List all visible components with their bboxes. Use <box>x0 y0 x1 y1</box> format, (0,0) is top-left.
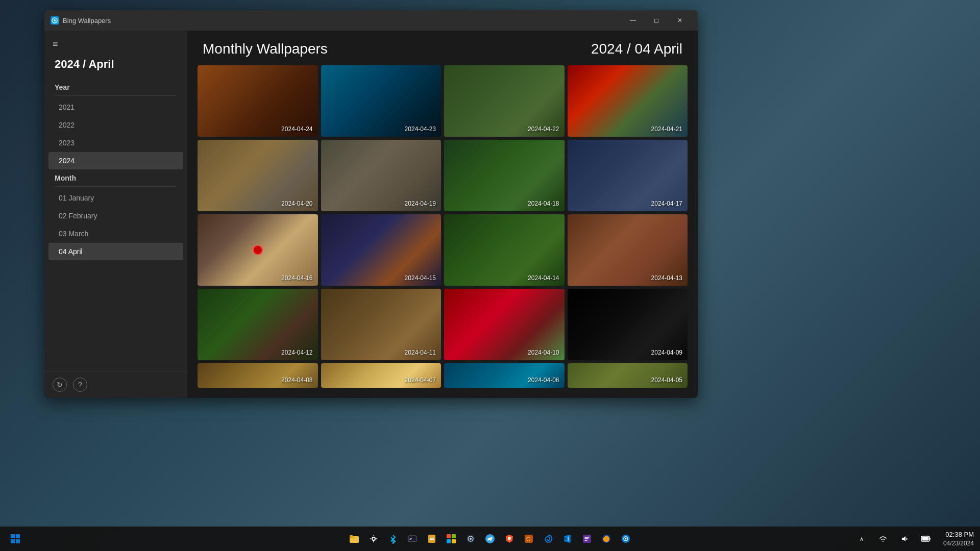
bluetooth-button[interactable] <box>384 530 402 548</box>
taskbar-center: >_⬡ <box>345 530 635 548</box>
sidebar-item-year-2023[interactable]: 2023 <box>48 134 183 152</box>
sidebar-item-month-02[interactable]: 02 February <box>48 207 183 224</box>
menu-button[interactable]: ≡ <box>44 31 187 54</box>
svg-rect-12 <box>428 535 435 543</box>
store-button[interactable] <box>442 530 460 548</box>
wallpaper-item-w19[interactable]: 2024-04-06 <box>444 363 565 388</box>
taskbar: >_⬡ ∧ <box>0 527 980 551</box>
clock-area[interactable]: 02:38 PM 04/23/2024 <box>943 530 974 548</box>
panel-header-date: 2024 / 04 April <box>591 41 682 57</box>
steam-button[interactable] <box>461 530 480 548</box>
svg-rect-2 <box>11 534 15 538</box>
year-section-label: Year <box>44 79 187 93</box>
help-icon: ? <box>78 381 82 389</box>
svg-point-9 <box>372 537 375 540</box>
bing-wallpaper-button[interactable] <box>617 530 635 548</box>
wallpaper-date-label: 2024-04-17 <box>651 200 682 207</box>
title-bar-controls: — ◻ ✕ <box>621 12 692 29</box>
refresh-icon: ↻ <box>57 381 63 389</box>
start-button[interactable] <box>6 530 24 548</box>
wallpaper-item-w14[interactable]: 2024-04-11 <box>321 289 442 360</box>
wallpaper-item-w17[interactable]: 2024-04-08 <box>198 363 318 388</box>
wallpaper-date-label: 2024-04-18 <box>528 200 559 207</box>
wallpaper-date-label: 2024-04-21 <box>651 126 682 133</box>
vscode2-button[interactable] <box>578 530 596 548</box>
svg-point-29 <box>625 538 627 540</box>
wallpaper-item-w5[interactable]: 2024-04-20 <box>198 140 318 211</box>
sidebar-item-year-2021[interactable]: 2021 <box>48 98 183 116</box>
wallpaper-item-w15[interactable]: 2024-04-10 <box>444 289 565 360</box>
wallpaper-item-w10[interactable]: 2024-04-15 <box>321 214 442 286</box>
svg-rect-8 <box>350 535 353 537</box>
archive-button[interactable] <box>423 530 441 548</box>
app-window: Bing Wallpapers — ◻ ✕ ≡ 2024 / April Yea… <box>44 10 698 398</box>
wallpaper-date-label: 2024-04-19 <box>405 200 436 207</box>
wallpaper-date-label: 2024-04-16 <box>281 274 312 282</box>
minimize-button[interactable]: — <box>621 12 645 29</box>
telegram-button[interactable] <box>481 530 499 548</box>
help-button[interactable]: ? <box>73 378 87 392</box>
wallpaper-item-w4[interactable]: 2024-04-21 <box>568 65 688 137</box>
wallpaper-date-label: 2024-04-13 <box>651 274 682 282</box>
wallpaper-item-w3[interactable]: 2024-04-22 <box>444 65 565 137</box>
refresh-button[interactable]: ↻ <box>53 378 67 392</box>
wallpaper-item-w20[interactable]: 2024-04-05 <box>568 363 688 388</box>
wifi-icon[interactable] <box>874 530 892 548</box>
svg-text:>_: >_ <box>409 536 415 541</box>
wallpaper-item-w9[interactable]: 2024-04-16 <box>198 214 318 286</box>
sidebar-item-month-01[interactable]: 01 January <box>48 189 183 207</box>
wallpaper-date-label: 2024-04-11 <box>405 349 436 356</box>
month-section-label: Month <box>44 170 187 184</box>
sidebar-item-year-2024[interactable]: 2024 <box>48 152 183 169</box>
wallpaper-grid: 2024-04-242024-04-232024-04-222024-04-21… <box>187 65 698 398</box>
wallpaper-item-w13[interactable]: 2024-04-12 <box>198 289 318 360</box>
wallpaper-date-label: 2024-04-12 <box>281 349 312 356</box>
devtools-button[interactable]: ⬡ <box>520 530 538 548</box>
wallpaper-date-label: 2024-04-05 <box>651 377 682 384</box>
svg-rect-13 <box>430 538 434 539</box>
month-list: 01 January02 February03 March04 April <box>44 189 187 261</box>
volume-icon[interactable] <box>895 530 914 548</box>
edge-button[interactable] <box>539 530 557 548</box>
sidebar-item-month-03[interactable]: 03 March <box>48 225 183 242</box>
wallpaper-date-label: 2024-04-07 <box>405 377 436 384</box>
wallpaper-item-w16[interactable]: 2024-04-09 <box>568 289 688 360</box>
terminal-button[interactable]: >_ <box>403 530 422 548</box>
wallpaper-date-label: 2024-04-23 <box>405 126 436 133</box>
wallpaper-item-w1[interactable]: 2024-04-24 <box>198 65 318 137</box>
right-panel: Monthly Wallpapers 2024 / 04 April 2024-… <box>187 31 698 398</box>
file-explorer-button[interactable] <box>345 530 363 548</box>
wallpaper-item-w6[interactable]: 2024-04-19 <box>321 140 442 211</box>
restore-button[interactable]: ◻ <box>645 12 668 29</box>
svg-rect-18 <box>452 539 456 543</box>
main-content: ≡ 2024 / April Year 2021202220232024 Mon… <box>44 31 698 398</box>
month-divider <box>55 186 177 187</box>
firefox-button[interactable] <box>597 530 616 548</box>
wallpaper-item-w12[interactable]: 2024-04-13 <box>568 214 688 286</box>
vscode-button[interactable] <box>558 530 577 548</box>
wallpaper-item-w18[interactable]: 2024-04-07 <box>321 363 442 388</box>
wallpaper-date-label: 2024-04-14 <box>528 274 559 282</box>
sidebar: ≡ 2024 / April Year 2021202220232024 Mon… <box>44 31 187 398</box>
show-hidden-button[interactable]: ∧ <box>852 530 871 548</box>
svg-rect-3 <box>16 534 20 538</box>
settings-button[interactable] <box>364 530 383 548</box>
svg-rect-16 <box>452 534 456 538</box>
battery-icon[interactable] <box>917 530 935 548</box>
svg-rect-32 <box>922 537 928 541</box>
sidebar-item-month-04[interactable]: 04 April <box>48 243 183 260</box>
panel-title: Monthly Wallpapers <box>203 41 328 57</box>
title-bar-text: Bing Wallpapers <box>63 17 621 24</box>
wallpaper-item-w11[interactable]: 2024-04-14 <box>444 214 565 286</box>
sidebar-item-year-2022[interactable]: 2022 <box>48 116 183 134</box>
wallpaper-date-label: 2024-04-22 <box>528 126 559 133</box>
wallpaper-item-w8[interactable]: 2024-04-17 <box>568 140 688 211</box>
sidebar-bottom: ↻ ? <box>44 371 187 398</box>
system-tray: ∧ <box>852 530 939 548</box>
wallpaper-item-w7[interactable]: 2024-04-18 <box>444 140 565 211</box>
wallpaper-item-w2[interactable]: 2024-04-23 <box>321 65 442 137</box>
app-icon <box>51 16 59 24</box>
close-button[interactable]: ✕ <box>668 12 692 29</box>
brave-button[interactable] <box>500 530 519 548</box>
svg-rect-31 <box>929 538 930 540</box>
